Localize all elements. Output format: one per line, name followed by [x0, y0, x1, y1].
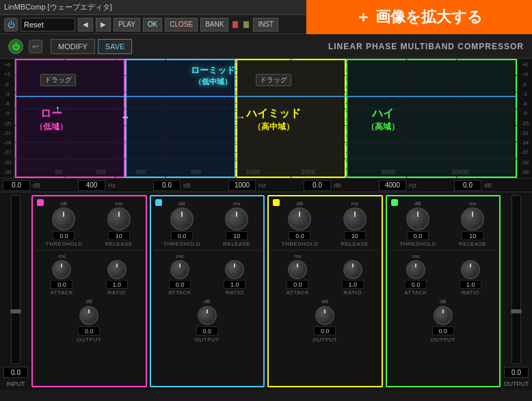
eq-scale-right: +6 +3 0 -3 -6 -9 -15 -21 -24 -27 -33 -36	[517, 59, 532, 178]
threshold-value-green[interactable]: 0.0	[407, 231, 429, 240]
save-button[interactable]: SAVE	[98, 39, 133, 54]
orange-banner: ＋ 画像を拡大する	[306, 0, 532, 34]
output-value-green[interactable]: 0.0	[432, 326, 454, 335]
knob-group-threshold-yellow: dB 0.0 THRESHOLD	[282, 200, 319, 247]
param-value-6[interactable]: 4000	[379, 180, 406, 191]
scale-label-n15: -15	[0, 120, 14, 127]
attack-value-cyan[interactable]: 0.0	[169, 280, 191, 289]
param-value-2[interactable]: 400	[78, 180, 105, 191]
knob-group-attack-yellow: ms 0.0 ATTACK	[287, 253, 309, 296]
input-value[interactable]: 0.0	[3, 367, 28, 378]
release-value-pink[interactable]: 10	[108, 231, 130, 240]
ratio-value-green[interactable]: 1.0	[460, 280, 481, 289]
param-value-1[interactable]: 0.0	[3, 180, 30, 191]
close-button[interactable]: CLOSE	[165, 18, 198, 31]
attack-knob-pink[interactable]	[52, 260, 71, 279]
threshold-knob-cyan[interactable]	[170, 207, 194, 231]
band-panels: dB 0.0 THRESHOLD ms 10 RELEASE ms 0.0 AT…	[31, 195, 501, 387]
knob-group-attack-green: ms 0.0 ATTACK	[404, 253, 427, 296]
knob-group-ratio-green: 1.0 RATIO	[460, 253, 481, 296]
attack-knob-cyan[interactable]	[170, 260, 189, 279]
knob-group-release-pink: ms 10 RELEASE	[105, 200, 133, 247]
output-fader[interactable]	[511, 195, 521, 364]
input-fader[interactable]	[11, 195, 21, 364]
release-knob-green[interactable]	[461, 207, 484, 231]
plugin-power-button[interactable]: ⏻	[8, 39, 23, 54]
threshold-knob-yellow[interactable]	[288, 207, 311, 231]
release-value-cyan[interactable]: 10	[226, 231, 248, 240]
output-knob-pink[interactable]	[79, 306, 98, 325]
scale-label-3: +3	[0, 71, 14, 77]
ratio-knob-cyan[interactable]	[225, 260, 244, 279]
plugin-arrow-button[interactable]: ↩	[29, 40, 42, 53]
play-button[interactable]: PLAY	[114, 18, 140, 31]
scale-label-0: 0	[0, 81, 14, 88]
output-value-cyan[interactable]: 0.0	[196, 326, 218, 335]
freq-50: 50	[55, 168, 62, 175]
param-value-4[interactable]: 1000	[228, 180, 256, 191]
release-value-yellow[interactable]: 10	[344, 231, 366, 240]
release-knob-pink[interactable]	[107, 207, 131, 231]
svg-text:↔: ↔	[120, 112, 130, 122]
release-knob-yellow[interactable]	[343, 207, 367, 231]
cyan-band-label: ローミッド （低中域）	[191, 64, 235, 87]
output-value[interactable]: 0.0	[504, 367, 529, 378]
output-knob-yellow[interactable]	[315, 306, 334, 325]
nav-next-button[interactable]: ▶	[96, 18, 111, 31]
scale-label-n27: -27	[0, 149, 14, 155]
param-cell-2: 400 Hz	[78, 180, 153, 191]
threshold-value-cyan[interactable]: 0.0	[171, 231, 193, 240]
release-value-green[interactable]: 10	[462, 231, 483, 240]
scale-label-n24: -24	[0, 140, 14, 146]
ratio-knob-pink[interactable]	[107, 260, 127, 279]
knob-row-threshold-cyan: dB 0.0 THRESHOLD ms 10 RELEASE	[154, 200, 261, 247]
preset-input[interactable]	[21, 18, 75, 31]
output-knob-green[interactable]	[434, 306, 453, 325]
knob-group-threshold-cyan: dB 0.0 THRESHOLD	[163, 200, 200, 247]
knob-group-attack-pink: ms 0.0 ATTACK	[51, 253, 73, 296]
threshold-value-yellow[interactable]: 0.0	[289, 231, 310, 240]
bank-color-red	[232, 21, 238, 28]
eq-display: +6 +3 0 -3 -6 -9 -15 -21 -24 -27 -33 -36	[0, 59, 532, 179]
threshold-knob-pink[interactable]	[52, 207, 75, 231]
ratio-value-pink[interactable]: 1.0	[106, 280, 128, 289]
power-button[interactable]: ⏻	[4, 18, 18, 31]
ratio-value-yellow[interactable]: 1.0	[342, 280, 364, 289]
input-fader-thumb	[10, 309, 21, 313]
ok-button[interactable]: OK	[143, 18, 162, 31]
ratio-knob-green[interactable]	[461, 260, 480, 279]
ratio-value-cyan[interactable]: 1.0	[224, 280, 245, 289]
output-knob-cyan[interactable]	[198, 306, 217, 325]
scale-label-n33: -33	[0, 159, 14, 166]
param-cell-1: 0.0 dB	[3, 180, 78, 191]
param-value-5[interactable]: 0.0	[304, 180, 331, 191]
param-value-7[interactable]: 0.0	[454, 180, 481, 191]
divider-cyan	[154, 250, 261, 250]
eq-canvas[interactable]: ↑ ↓ ↔ → ドラッグ ドラッグ ローミッド （低中域） ロー （低域） ハイ…	[15, 59, 517, 178]
inst-button[interactable]: INST	[253, 18, 278, 31]
param-cell-5: 0.0 dB	[304, 180, 379, 191]
threshold-value-pink[interactable]: 0.0	[53, 231, 75, 240]
modify-button[interactable]: MODIFY	[51, 39, 95, 54]
output-value-pink[interactable]: 0.0	[78, 326, 100, 335]
output-strip: 0.0 OUTPUT	[503, 195, 529, 387]
nav-prev-button[interactable]: ◀	[78, 18, 93, 31]
knob-row-threshold-yellow: dB 0.0 THRESHOLD ms 10 RELEASE	[271, 200, 379, 247]
output-value-yellow[interactable]: 0.0	[314, 326, 336, 335]
attack-value-green[interactable]: 0.0	[405, 280, 427, 289]
threshold-knob-green[interactable]	[406, 207, 429, 231]
attack-knob-yellow[interactable]	[288, 260, 307, 279]
attack-value-yellow[interactable]: 0.0	[287, 280, 308, 289]
param-value-3[interactable]: 0.0	[153, 180, 181, 191]
scale-label-n6: -6	[0, 101, 14, 107]
attack-knob-green[interactable]	[406, 260, 425, 279]
band-panel-cyan: dB 0.0 THRESHOLD ms 10 RELEASE ms 0.0 AT…	[150, 195, 265, 387]
bands-section: 0.0 INPUT dB 0.0 THRESHOLD ms 10 RELEASE…	[0, 192, 532, 390]
output-fader-thumb	[511, 309, 522, 313]
freq-500: 500	[191, 168, 201, 175]
release-knob-cyan[interactable]	[225, 207, 248, 231]
attack-value-pink[interactable]: 0.0	[51, 280, 72, 289]
output-row-green: dB 0.0 OUTPUT	[390, 298, 497, 343]
ratio-knob-yellow[interactable]	[343, 260, 362, 279]
bank-button[interactable]: BANK	[200, 18, 228, 31]
